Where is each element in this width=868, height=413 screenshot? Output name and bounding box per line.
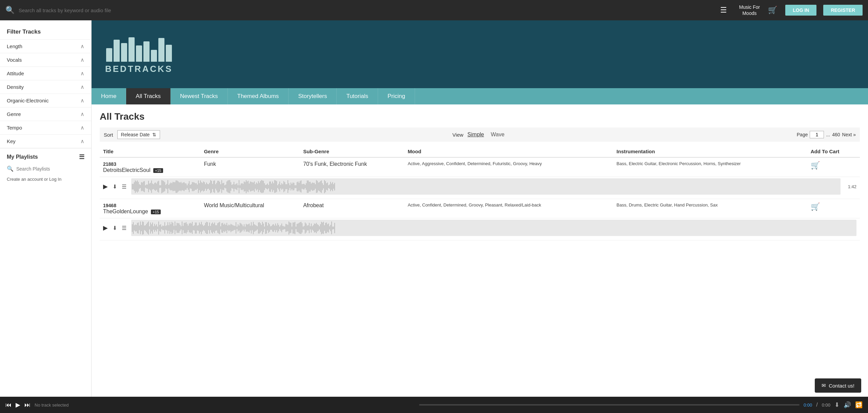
- track-badge: +15: [151, 210, 161, 214]
- track-name: TheGoldenLounge: [103, 209, 148, 214]
- track-title-cell: 19468 TheGoldenLounge +15: [100, 199, 200, 218]
- chevron-up-icon: ∧: [80, 84, 84, 90]
- chevron-up-icon: ∧: [80, 70, 84, 77]
- page-total: 460: [832, 132, 840, 137]
- col-title: Title: [100, 146, 200, 157]
- track-title-cell: 21883 DetroitsElectricSoul +15: [100, 157, 200, 177]
- nav-item-newest-tracks[interactable]: Newest Tracks: [171, 88, 228, 104]
- page-ellipsis: ...: [826, 132, 830, 137]
- search-playlists-input[interactable]: [16, 166, 84, 172]
- table-row: 19468 TheGoldenLounge +15 World Music/Mu…: [100, 199, 860, 218]
- view-simple-button[interactable]: Simple: [468, 132, 484, 138]
- nav-item-all-tracks[interactable]: All Tracks: [126, 88, 171, 104]
- banner: BEDTRACKS: [92, 20, 868, 88]
- track-mood-cell: Active, Confident, Determined, Groovy, P…: [404, 199, 613, 218]
- filter-tempo[interactable]: Tempo ∧: [0, 121, 91, 134]
- track-instrumentation-cell: Bass, Drums, Electric Guitar, Hand Percu…: [613, 199, 807, 218]
- add-to-cart-button[interactable]: 🛒: [811, 161, 820, 170]
- hamburger-icon[interactable]: ☰: [720, 6, 727, 15]
- track-name: DetroitsElectricSoul: [103, 167, 151, 173]
- filter-key[interactable]: Key ∧: [0, 134, 91, 148]
- contact-button[interactable]: ✉ Contact us!: [815, 378, 861, 393]
- chevron-up-icon: ∧: [80, 111, 84, 117]
- col-mood: Mood: [404, 146, 613, 157]
- col-genre: Genre: [200, 146, 300, 157]
- track-subgenre-cell: 70's Funk, Electronic Funk: [300, 157, 404, 177]
- content-area: All Tracks Sort Release Date ⇅ View Simp…: [92, 104, 868, 261]
- waveform-bars: [131, 220, 856, 236]
- chevron-up-icon: ∧: [80, 138, 84, 144]
- page-next-button[interactable]: Next »: [842, 132, 856, 137]
- filter-attitude[interactable]: Attitude ∧: [0, 66, 91, 80]
- waveform-row: ▶ ⬇ ☰: [100, 218, 860, 240]
- track-table-body: 21883 DetroitsElectricSoul +15 Funk 70's…: [100, 157, 860, 240]
- track-play-button[interactable]: ▶: [103, 224, 108, 232]
- waveform-cell: ▶ ⬇ ☰: [100, 218, 860, 240]
- filter-tracks-title: Filter Tracks: [0, 26, 91, 39]
- chevron-up-icon: ∧: [80, 43, 84, 50]
- track-genre-cell: Funk: [200, 157, 300, 177]
- filter-genre[interactable]: Genre ∧: [0, 107, 91, 121]
- track-genre-cell: World Music/Multicultural: [200, 199, 300, 218]
- track-id: 19468: [103, 203, 116, 208]
- track-download-button[interactable]: ⬇: [113, 225, 117, 231]
- page-label: Page: [797, 132, 808, 137]
- track-cart-cell: 🛒: [807, 199, 860, 218]
- sort-view-bar: Sort Release Date ⇅ View Simple Wave Pag…: [100, 127, 860, 142]
- sort-dropdown[interactable]: Release Date ⇅: [117, 130, 160, 139]
- filter-density[interactable]: Density ∧: [0, 80, 91, 94]
- col-sub-genre: Sub-Genre: [300, 146, 404, 157]
- contact-icon: ✉: [822, 382, 826, 389]
- nav-item-pricing[interactable]: Pricing: [378, 88, 415, 104]
- track-play-button[interactable]: ▶: [103, 183, 108, 190]
- view-label: View: [452, 132, 463, 138]
- create-account-label: Create an account or Log In: [0, 174, 91, 184]
- register-button[interactable]: REGISTER: [823, 5, 863, 16]
- page-navigation: Page ... 460 Next »: [797, 131, 856, 138]
- cart-icon[interactable]: 🛒: [768, 6, 777, 15]
- nav-item-storytellers[interactable]: Storytellers: [289, 88, 337, 104]
- filter-length[interactable]: Length ∧: [0, 39, 91, 53]
- track-table-header: Title Genre Sub-Genre Mood Instrumentati…: [100, 146, 860, 157]
- main-content: BEDTRACKS Home All Tracks Newest Tracks …: [92, 20, 868, 397]
- logo-text: BEDTRACKS: [105, 64, 173, 74]
- track-table: Title Genre Sub-Genre Mood Instrumentati…: [100, 146, 860, 240]
- chevron-up-icon: ∧: [80, 124, 84, 131]
- logo-bars: [106, 35, 172, 62]
- page-input[interactable]: [810, 131, 824, 138]
- add-to-cart-button[interactable]: 🛒: [811, 202, 820, 211]
- track-subgenre-cell: Afrobeat: [300, 199, 404, 218]
- track-playlist-button[interactable]: ☰: [122, 225, 126, 231]
- waveform-controls: ▶ ⬇ ☰ 1:42: [103, 178, 856, 195]
- main-nav: Home All Tracks Newest Tracks Themed Alb…: [92, 88, 868, 104]
- filter-vocals[interactable]: Vocals ∧: [0, 53, 91, 66]
- waveform-controls: ▶ ⬇ ☰: [103, 220, 856, 236]
- search-input[interactable]: [19, 7, 716, 13]
- waveform-visual[interactable]: [131, 178, 841, 195]
- filter-organic-electronic[interactable]: Organic-Electronic ∧: [0, 94, 91, 107]
- topbar: 🔍 ☰ Music For Moods 🛒 LOG IN REGISTER: [0, 0, 868, 20]
- sort-label: Sort: [104, 132, 113, 138]
- waveform-bars: [131, 178, 841, 195]
- nav-item-tutorials[interactable]: Tutorials: [337, 88, 378, 104]
- playlists-menu-icon[interactable]: ☰: [79, 153, 84, 161]
- nav-item-themed-albums[interactable]: Themed Albums: [228, 88, 289, 104]
- page-title: All Tracks: [100, 111, 860, 122]
- track-badge: +15: [153, 168, 163, 173]
- waveform-visual[interactable]: [131, 220, 856, 236]
- my-playlists-title: My Playlists ☰: [0, 148, 91, 163]
- login-button[interactable]: LOG IN: [785, 5, 816, 16]
- search-icon: 🔍: [5, 6, 15, 15]
- chevron-up-icon: ∧: [80, 57, 84, 63]
- nav-item-home[interactable]: Home: [92, 88, 126, 104]
- view-wave-button[interactable]: Wave: [491, 132, 504, 138]
- track-cart-cell: 🛒: [807, 157, 860, 177]
- track-mood-cell: Active, Aggressive, Confident, Determine…: [404, 157, 613, 177]
- layout: Filter Tracks Length ∧ Vocals ∧ Attitude…: [0, 20, 868, 397]
- track-instrumentation-cell: Bass, Electric Guitar, Electronic Percus…: [613, 157, 807, 177]
- waveform-row: ▶ ⬇ ☰ 1:42: [100, 177, 860, 199]
- track-playlist-button[interactable]: ☰: [122, 183, 126, 190]
- table-row: 21883 DetroitsElectricSoul +15 Funk 70's…: [100, 157, 860, 177]
- col-instrumentation: Instrumentation: [613, 146, 807, 157]
- track-download-button[interactable]: ⬇: [113, 183, 117, 190]
